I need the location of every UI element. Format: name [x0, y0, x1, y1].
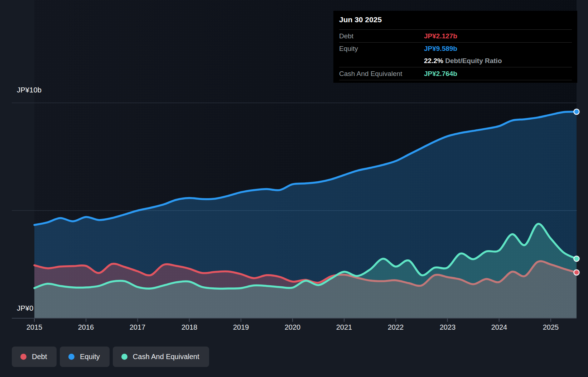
tooltip-debt-row: Debt JP¥2.127b	[339, 29, 572, 42]
x-axis-year-label: 2016	[78, 323, 94, 331]
debt-dot-icon	[20, 354, 26, 360]
x-axis-year-label: 2021	[336, 323, 352, 331]
x-axis-year-label: 2020	[285, 323, 301, 331]
x-axis-year-label: 2023	[440, 323, 456, 331]
legend: Debt Equity Cash And Equivalent	[12, 347, 209, 367]
debt-equity-chart-page: JP¥10b JP¥0 2015201620172018201920202021…	[0, 0, 588, 377]
legend-item-equity[interactable]: Equity	[60, 347, 110, 367]
equity-end-marker	[574, 109, 579, 114]
x-axis-year-label: 2025	[543, 323, 559, 331]
tooltip-equity-row: Equity JP¥9.589b	[339, 42, 572, 55]
tooltip-ratio-row: 22.2% Debt/Equity Ratio	[339, 55, 572, 67]
tooltip-debt-label: Debt	[339, 32, 424, 40]
y-axis-label-zero: JP¥0	[17, 304, 33, 312]
tooltip-equity-value: JP¥9.589b	[424, 45, 457, 53]
x-axis-year-label: 2017	[130, 323, 146, 331]
tooltip-cash-row: Cash And Equivalent JP¥2.764b	[339, 67, 572, 80]
y-axis-label-top: JP¥10b	[17, 86, 42, 94]
x-axis-year-label: 2015	[26, 323, 43, 331]
cash-dot-icon	[121, 354, 127, 360]
x-axis-year-label: 2024	[491, 323, 507, 331]
x-axis-labels: 2015201620172018201920202021202220232024…	[0, 323, 588, 334]
tooltip-ratio-value: 22.2%	[424, 57, 443, 65]
legend-cash-label: Cash And Equivalent	[133, 353, 199, 361]
x-axis-ticks	[34, 319, 551, 322]
tooltip-debt-value: JP¥2.127b	[424, 32, 457, 40]
equity-dot-icon	[68, 354, 74, 360]
x-axis-year-label: 2022	[388, 323, 404, 331]
legend-equity-label: Equity	[80, 353, 100, 361]
tooltip-ratio-label: Debt/Equity Ratio	[443, 57, 502, 65]
legend-item-debt[interactable]: Debt	[12, 347, 57, 367]
legend-item-cash[interactable]: Cash And Equivalent	[113, 347, 209, 367]
chart-tooltip: Jun 30 2025 Debt JP¥2.127b Equity JP¥9.5…	[333, 11, 577, 83]
x-axis-year-label: 2019	[233, 323, 249, 331]
x-axis-year-label: 2018	[182, 323, 198, 331]
tooltip-cash-value: JP¥2.764b	[424, 70, 457, 78]
tooltip-equity-label: Equity	[339, 45, 424, 53]
debt-end-marker	[574, 270, 579, 275]
legend-debt-label: Debt	[32, 353, 47, 361]
tooltip-cash-label: Cash And Equivalent	[339, 70, 424, 78]
cash-end-marker	[574, 256, 579, 261]
tooltip-date: Jun 30 2025	[333, 11, 577, 29]
